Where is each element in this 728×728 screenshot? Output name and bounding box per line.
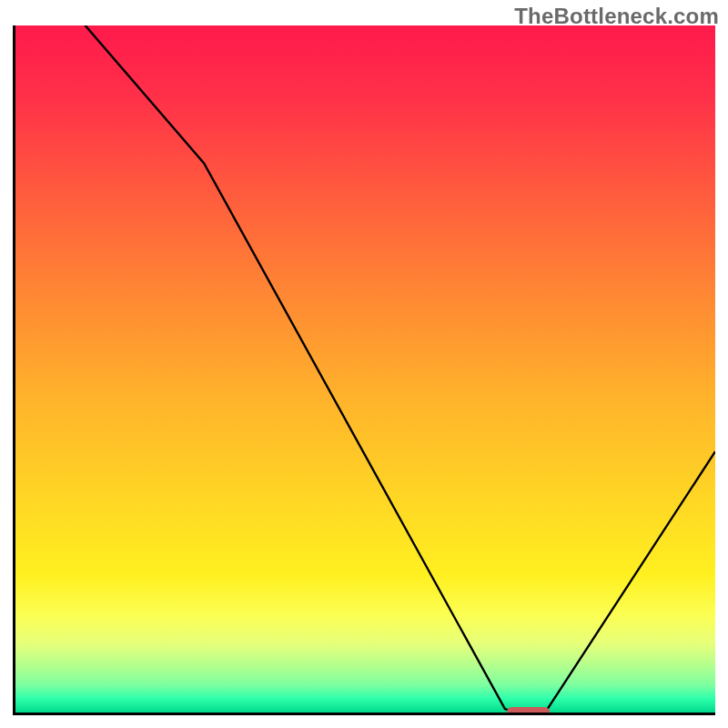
bottleneck-curve xyxy=(15,25,715,713)
plot-area xyxy=(13,25,715,715)
curve-path xyxy=(15,25,715,712)
chart-stage: TheBottleneck.com xyxy=(0,0,728,728)
optimal-marker xyxy=(507,707,550,715)
